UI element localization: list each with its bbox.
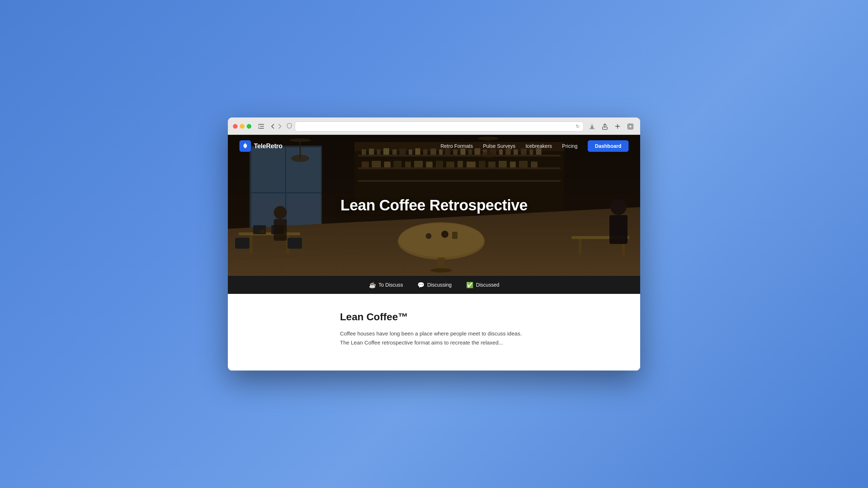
discussed-label: Discussed xyxy=(476,282,499,288)
to-discuss-icon: ☕ xyxy=(369,282,376,288)
dashboard-button[interactable]: Dashboard xyxy=(588,140,629,152)
svg-rect-3 xyxy=(258,124,259,129)
browser-actions xyxy=(587,123,635,130)
address-bar[interactable]: ↻ xyxy=(295,121,584,132)
content-text: Coffee houses have long been a place whe… xyxy=(340,329,528,347)
content-title: Lean Coffee™ xyxy=(340,311,528,323)
content-area: Lean Coffee™ Coffee houses have long bee… xyxy=(228,294,640,371)
refresh-icon[interactable]: ↻ xyxy=(576,124,580,129)
maximize-button[interactable] xyxy=(247,124,251,129)
close-button[interactable] xyxy=(233,124,238,129)
download-icon[interactable] xyxy=(587,123,597,130)
new-tab-icon[interactable] xyxy=(613,123,622,130)
logo-text: TeleRetro xyxy=(254,142,282,150)
logo-area: TeleRetro xyxy=(239,140,282,152)
nav-pricing[interactable]: Pricing xyxy=(562,143,578,149)
status-to-discuss: ☕ To Discuss xyxy=(369,282,403,288)
nav-links: Retro Formats Pulse Surveys Icebreakers … xyxy=(441,140,629,152)
browser-chrome: ↻ xyxy=(228,117,640,135)
address-bar-container: ↻ xyxy=(287,121,584,132)
sidebar-toggle-button[interactable] xyxy=(256,123,266,129)
svg-rect-1 xyxy=(260,126,264,127)
shield-icon xyxy=(287,123,292,130)
svg-point-98 xyxy=(245,143,246,144)
discussed-icon: ✅ xyxy=(466,282,473,288)
status-discussing: 💬 Discussing xyxy=(417,282,452,288)
browser-content: TeleRetro Retro Formats Pulse Surveys Ic… xyxy=(228,135,640,371)
status-discussed: ✅ Discussed xyxy=(466,282,499,288)
nav-icebreakers[interactable]: Icebreakers xyxy=(526,143,552,149)
nav-buttons xyxy=(269,123,283,129)
traffic-lights xyxy=(233,124,251,129)
logo-icon xyxy=(239,140,251,152)
nav-retro-formats[interactable]: Retro Formats xyxy=(441,143,473,149)
browser-window: ↻ xyxy=(228,117,640,371)
tabs-icon[interactable] xyxy=(626,123,635,130)
hero-section: TeleRetro Retro Formats Pulse Surveys Ic… xyxy=(228,135,640,276)
site-nav: TeleRetro Retro Formats Pulse Surveys Ic… xyxy=(228,135,640,157)
forward-button[interactable] xyxy=(277,123,283,129)
content-inner: Lean Coffee™ Coffee houses have long bee… xyxy=(326,311,542,347)
svg-rect-5 xyxy=(628,124,633,129)
hero-title: Lean Coffee Retrospective xyxy=(340,197,527,214)
svg-rect-6 xyxy=(629,125,632,128)
minimize-button[interactable] xyxy=(240,124,244,129)
share-icon[interactable] xyxy=(600,123,609,130)
to-discuss-label: To Discuss xyxy=(379,282,403,288)
discussing-icon: 💬 xyxy=(417,282,425,288)
nav-pulse-surveys[interactable]: Pulse Surveys xyxy=(483,143,515,149)
discussing-label: Discussing xyxy=(427,282,452,288)
back-button[interactable] xyxy=(269,123,276,129)
status-bar: ☕ To Discuss 💬 Discussing ✅ Discussed xyxy=(228,276,640,294)
